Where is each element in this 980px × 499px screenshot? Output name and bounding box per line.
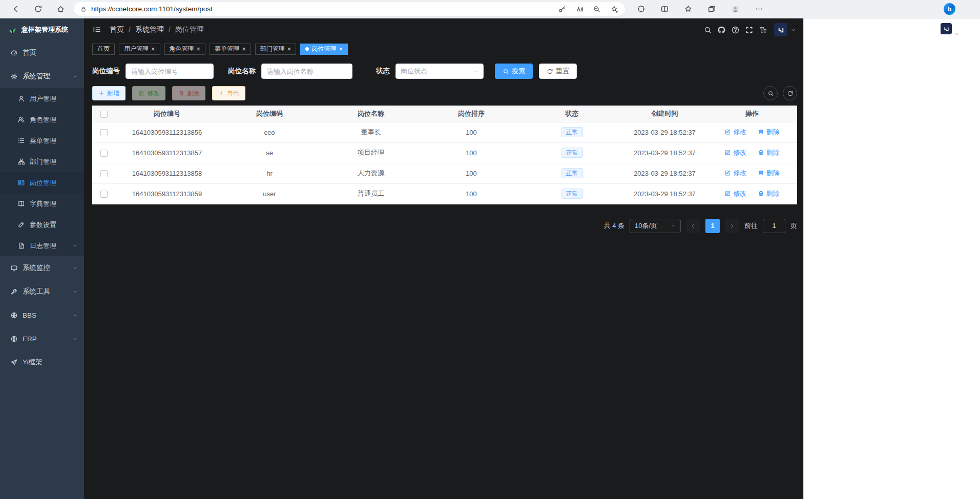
cell-post-name: 董事长 (321, 122, 421, 142)
header-search-icon[interactable] (701, 23, 715, 37)
cell-post-code: hr (218, 163, 321, 183)
search-button[interactable]: 搜索 (495, 64, 533, 79)
panel-avatar-logo[interactable] (941, 23, 952, 34)
row-checkbox[interactable] (100, 191, 108, 198)
zoom-out-icon[interactable] (588, 3, 606, 16)
chevron-down-icon[interactable] (790, 27, 796, 33)
github-icon[interactable] (715, 23, 728, 37)
split-screen-icon[interactable] (657, 2, 672, 17)
browser-back-icon[interactable] (8, 2, 23, 17)
url-text[interactable]: https://ccnetcore.com:1101/system/post (91, 5, 553, 13)
close-icon[interactable]: × (339, 46, 343, 52)
sidebar-item-post-mgmt[interactable]: 岗位管理 (0, 172, 84, 193)
sidebar-item-role-mgmt[interactable]: 角色管理 (0, 109, 84, 130)
users-icon (17, 116, 25, 123)
breadcrumb-system-mgmt[interactable]: 系统管理 (135, 25, 164, 34)
bing-copilot-icon[interactable]: b (944, 3, 955, 15)
add-button[interactable]: 新增 (92, 86, 126, 100)
chevron-down-icon (72, 336, 78, 342)
password-key-icon[interactable] (553, 3, 571, 16)
sidebar-item-dept-mgmt[interactable]: 部门管理 (0, 151, 84, 172)
select-all-checkbox[interactable] (100, 111, 108, 118)
sidebar-item-param-settings[interactable]: 参数设置 (0, 214, 84, 235)
close-icon[interactable]: × (197, 46, 201, 52)
sidebar-item-dict-mgmt[interactable]: 字典管理 (0, 193, 84, 214)
sidebar-item-system-tools[interactable]: 系统工具 (0, 280, 84, 303)
row-delete-link[interactable]: 删除 (758, 189, 780, 198)
tab-home[interactable]: 首页 (92, 44, 115, 55)
profile-avatar-icon[interactable] (727, 2, 743, 17)
sidebar-item-yi-framework[interactable]: Yi框架 (0, 350, 84, 374)
sidebar-item-home[interactable]: 首页 (0, 41, 84, 65)
page-number-button[interactable]: 1 (705, 219, 720, 233)
post-code-label: 岗位编号 (92, 67, 120, 76)
browser-menu-icon[interactable] (751, 2, 766, 17)
sidebar-item-erp[interactable]: ERP (0, 327, 84, 350)
gear-icon (10, 73, 18, 80)
tab-post-mgmt[interactable]: 岗位管理× (300, 44, 348, 55)
close-icon[interactable]: × (242, 46, 246, 52)
prev-page-button[interactable] (686, 219, 700, 233)
row-edit-link[interactable]: 修改 (724, 189, 746, 198)
tab-user-mgmt[interactable]: 用户管理× (119, 44, 160, 55)
edit-button[interactable]: 修改 (132, 86, 165, 100)
row-delete-link[interactable]: 删除 (758, 128, 780, 137)
goto-page-input[interactable] (763, 219, 785, 233)
chevron-down-icon[interactable] (954, 31, 960, 37)
browser-refresh-icon[interactable] (30, 2, 46, 17)
extensions-icon[interactable] (633, 2, 649, 17)
sidebar-item-user-mgmt[interactable]: 用户管理 (0, 88, 84, 109)
toggle-search-button[interactable] (763, 86, 778, 100)
system-mgmt-submenu: 用户管理 角色管理 菜单管理 部门管理 岗位管理 字典管理 (0, 88, 84, 256)
refresh-table-button[interactable] (783, 86, 797, 100)
row-checkbox[interactable] (100, 150, 108, 157)
breadcrumb-home[interactable]: 首页 (110, 25, 124, 34)
collapse-menu-icon[interactable] (92, 25, 101, 34)
active-tab-dot (305, 47, 309, 51)
sidebar-item-menu-mgmt[interactable]: 菜单管理 (0, 130, 84, 151)
page-size-select[interactable]: 10条/页 (630, 219, 681, 233)
read-aloud-icon[interactable] (571, 3, 588, 16)
sidebar-item-bbs[interactable]: BBS (0, 303, 84, 327)
help-icon[interactable] (728, 23, 742, 37)
table-row: 1641030593112313859 user 普通员工 100 正常 202… (92, 183, 797, 204)
font-size-icon[interactable] (756, 23, 770, 37)
row-edit-link[interactable]: 修改 (724, 169, 746, 178)
tab-role-mgmt[interactable]: 角色管理× (164, 44, 206, 55)
row-delete-link[interactable]: 删除 (758, 169, 780, 178)
reset-button[interactable]: 重置 (539, 64, 577, 79)
fullscreen-icon[interactable] (742, 23, 756, 37)
status-select[interactable]: 岗位状态 (395, 64, 484, 79)
row-edit-link[interactable]: 修改 (724, 128, 746, 137)
row-delete-link[interactable]: 删除 (758, 148, 780, 157)
lock-icon[interactable] (80, 6, 87, 13)
refresh-icon (787, 90, 794, 97)
address-bar[interactable]: https://ccnetcore.com:1101/system/post (74, 2, 625, 16)
admin-app: 意框架管理系统 首页 系统管理 用户管理 角色管理 菜单管理 (0, 18, 803, 499)
next-page-button[interactable] (725, 219, 739, 233)
collections-icon[interactable] (704, 2, 719, 17)
row-checkbox[interactable] (100, 170, 108, 177)
sidebar-item-system-monitor[interactable]: 系统监控 (0, 256, 84, 280)
cell-create-time: 2023-03-29 18:52:37 (622, 183, 707, 204)
close-icon[interactable]: × (287, 46, 291, 52)
add-favorite-star-icon[interactable] (606, 3, 623, 16)
export-button[interactable]: 导出 (212, 86, 245, 100)
sidebar-item-label: 用户管理 (30, 94, 56, 103)
app-logo[interactable]: 意框架管理系统 (0, 18, 84, 41)
post-name-input[interactable] (261, 64, 352, 79)
post-code-input[interactable] (126, 64, 214, 79)
sidebar-item-log-mgmt[interactable]: 日志管理 (0, 235, 84, 256)
tab-menu-mgmt[interactable]: 菜单管理× (210, 44, 251, 55)
sidebar-item-system-mgmt[interactable]: 系统管理 (0, 65, 84, 88)
user-avatar-logo[interactable] (774, 23, 787, 36)
row-checkbox[interactable] (100, 129, 108, 136)
browser-home-icon[interactable] (53, 2, 68, 17)
close-icon[interactable]: × (151, 46, 155, 52)
row-edit-link[interactable]: 修改 (724, 148, 746, 157)
table-toolbar: 新增 修改 删除 导出 (92, 86, 797, 100)
delete-button[interactable]: 删除 (172, 86, 205, 100)
tab-dept-mgmt[interactable]: 部门管理× (255, 44, 297, 55)
page-size-value: 10条/页 (635, 221, 657, 231)
favorites-icon[interactable] (680, 2, 696, 17)
